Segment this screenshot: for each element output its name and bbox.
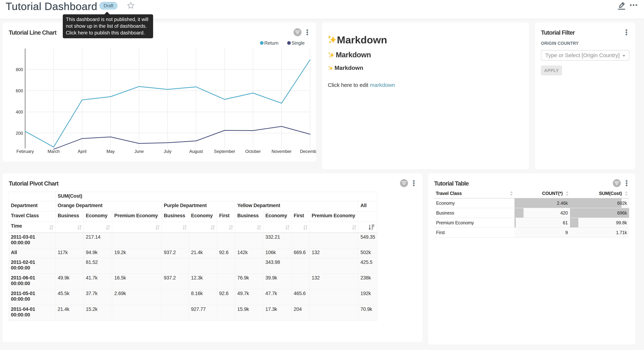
svg-text:November: November [272, 149, 292, 154]
svg-text:August: August [189, 149, 203, 154]
svg-text:September: September [214, 149, 235, 154]
svg-text:October: October [245, 149, 261, 154]
svg-text:June: June [134, 149, 144, 154]
svg-text:600: 600 [16, 88, 23, 93]
svg-text:Single: Single [292, 40, 304, 46]
svg-text:May: May [106, 149, 115, 154]
svg-text:Return: Return [264, 40, 278, 46]
svg-text:April: April [78, 149, 86, 154]
svg-text:400: 400 [16, 110, 23, 114]
svg-text:200: 200 [16, 131, 23, 136]
svg-text:February: February [16, 149, 34, 154]
svg-text:800: 800 [16, 67, 23, 72]
svg-text:December: December [300, 149, 316, 154]
svg-text:March: March [48, 149, 60, 154]
svg-text:July: July [164, 149, 172, 154]
